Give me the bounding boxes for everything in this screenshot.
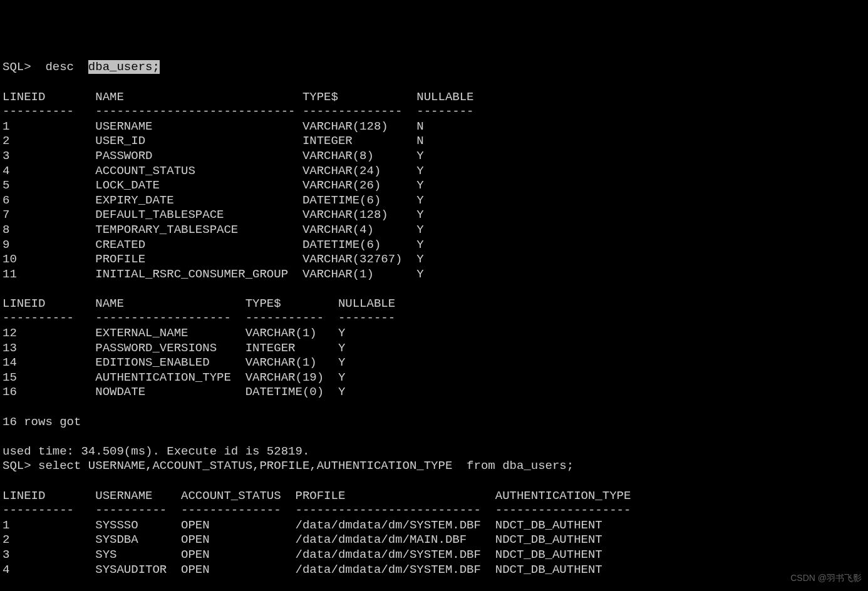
desc-output-block1: LINEID NAME TYPE$ NULLABLE ---------- --… [3,90,474,281]
sql-prompt: SQL> desc [3,60,88,74]
sql-prompt-2: SQL> select USERNAME,ACCOUNT_STATUS,PROF… [3,459,574,473]
select-output-block: LINEID USERNAME ACCOUNT_STATUS PROFILE A… [3,489,631,577]
command-text: dba_users; [88,60,160,74]
rows-count: 16 rows got [3,415,81,429]
desc-output-block2: LINEID NAME TYPE$ NULLABLE ---------- --… [3,297,395,399]
terminal-output[interactable]: SQL> desc dba_users; LINEID NAME TYPE$ N… [3,60,865,591]
watermark: CSDN @羽书飞影 [790,571,862,586]
exec-time-1: used time: 34.509(ms). Execute id is 528… [3,445,309,458]
